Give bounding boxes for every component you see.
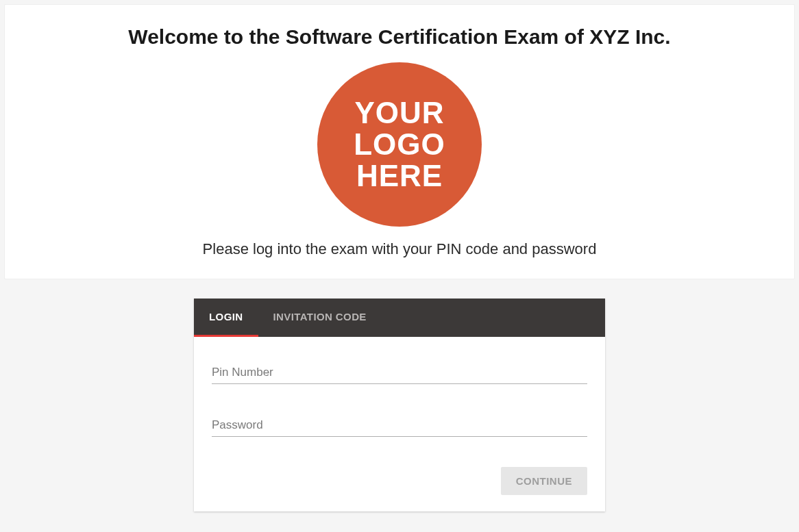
form-actions: CONTINUE	[212, 467, 587, 495]
tab-invitation-code[interactable]: INVITATION CODE	[258, 299, 382, 337]
logo-text-line2: LOGO	[354, 129, 445, 160]
pin-number-input[interactable]	[212, 362, 587, 384]
page-title: Welcome to the Software Certification Ex…	[19, 25, 780, 49]
continue-button[interactable]: CONTINUE	[501, 467, 587, 495]
password-input[interactable]	[212, 414, 587, 437]
pin-field-wrapper	[212, 362, 587, 384]
instruction-text: Please log into the exam with your PIN c…	[19, 240, 780, 258]
login-tabs: LOGIN INVITATION CODE	[194, 299, 605, 337]
password-field-wrapper	[212, 414, 587, 437]
logo-container: YOUR LOGO HERE	[19, 62, 780, 227]
login-form: CONTINUE	[194, 337, 605, 511]
logo-text-line1: YOUR	[354, 97, 444, 129]
logo-placeholder-icon: YOUR LOGO HERE	[317, 62, 482, 227]
login-card: LOGIN INVITATION CODE CONTINUE	[194, 299, 605, 511]
tab-login[interactable]: LOGIN	[194, 299, 258, 337]
logo-text-line3: HERE	[356, 160, 443, 192]
welcome-card: Welcome to the Software Certification Ex…	[4, 4, 795, 279]
